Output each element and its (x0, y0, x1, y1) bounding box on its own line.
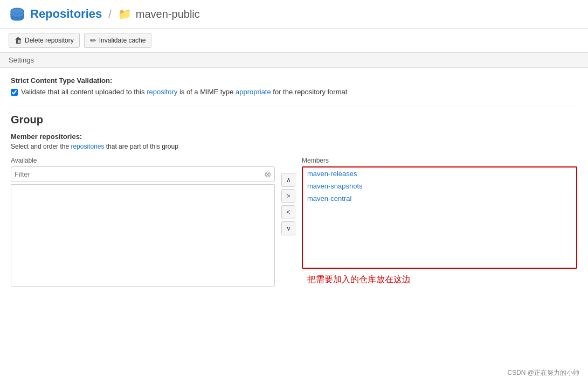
pencil-icon: ✏ (90, 36, 96, 45)
group-title: Group (11, 114, 577, 126)
arrow-right-icon: > (286, 192, 290, 200)
move-down-button[interactable]: ∨ (281, 221, 295, 235)
repo-name: maven-public (136, 8, 200, 20)
page-title: Repositories (30, 7, 102, 21)
move-right-button[interactable]: > (281, 189, 295, 203)
strict-content-label: Strict Content Type Validation: (11, 76, 577, 85)
divider (11, 107, 577, 107)
content-area: Strict Content Type Validation: Validate… (0, 68, 588, 295)
validate-row: Validate that all content uploaded to th… (11, 88, 577, 96)
appropriate-link[interactable]: appropriate (236, 88, 271, 96)
validate-description: Validate that all content uploaded to th… (21, 88, 347, 96)
strict-content-checkbox[interactable] (11, 89, 18, 96)
available-label: Available (11, 157, 275, 164)
columns-wrapper: Available ⊗ ∧ > < ∨ (11, 157, 577, 287)
group-section: Group Member repositories: Select and or… (11, 114, 577, 287)
available-column: Available ⊗ (11, 157, 275, 287)
members-list[interactable]: maven-releases maven-snapshots maven-cen… (302, 166, 577, 269)
trash-icon: 🗑 (15, 36, 22, 45)
arrow-buttons: ∧ > < ∨ (275, 157, 302, 235)
members-label: Members (302, 157, 577, 164)
database-icon (9, 5, 26, 23)
filter-box: ⊗ (11, 166, 275, 182)
invalidate-cache-button[interactable]: ✏ Invalidate cache (84, 33, 152, 48)
arrow-left-icon: < (286, 208, 290, 216)
annotation-text: 把需要加入的仓库放在这边 (307, 274, 577, 285)
list-item[interactable]: maven-snapshots (303, 180, 576, 192)
filter-clear-icon[interactable]: ⊗ (264, 169, 271, 179)
filter-input[interactable] (15, 170, 264, 178)
page-header: Repositories / 📁 maven-public (0, 0, 588, 29)
list-item[interactable]: maven-central (303, 192, 576, 205)
member-description: Select and order the repositories that a… (11, 143, 577, 150)
repositories-link[interactable]: repositories (71, 143, 104, 150)
strict-content-section: Strict Content Type Validation: Validate… (11, 76, 577, 96)
chevron-up-icon: ∧ (286, 176, 291, 184)
svg-point-0 (11, 8, 24, 13)
members-column: Members maven-releases maven-snapshots m… (302, 157, 577, 285)
delete-repository-label: Delete repository (25, 37, 74, 44)
member-repositories-label: Member repositories: (11, 132, 577, 141)
repository-link[interactable]: repository (147, 88, 177, 96)
list-item[interactable]: maven-releases (303, 167, 576, 180)
toolbar: 🗑 Delete repository ✏ Invalidate cache (0, 29, 588, 53)
folder-icon: 📁 (118, 8, 132, 20)
delete-repository-button[interactable]: 🗑 Delete repository (9, 33, 80, 48)
move-up-button[interactable]: ∧ (281, 173, 295, 187)
chevron-down-icon: ∨ (286, 225, 291, 232)
breadcrumb-separator: / (108, 8, 112, 20)
invalidate-cache-label: Invalidate cache (99, 37, 146, 44)
move-left-button[interactable]: < (281, 205, 295, 219)
available-list[interactable] (11, 184, 275, 287)
settings-tab[interactable]: Settings (0, 53, 588, 68)
